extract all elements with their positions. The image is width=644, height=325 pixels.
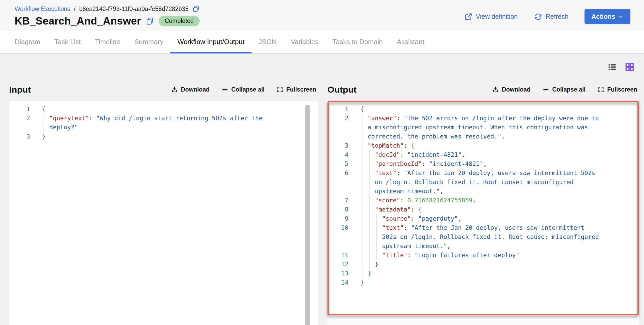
input-download-button[interactable]: Download (171, 86, 210, 93)
list-view-button[interactable] (607, 62, 617, 72)
indent-guide (362, 251, 362, 260)
input-collapse-all-label: Collapse all (231, 86, 265, 93)
output-fullscreen-button[interactable]: Fullscreen (598, 86, 637, 93)
tab-label: Task List (54, 38, 81, 46)
code-content: "metadata": { (360, 205, 600, 214)
external-link-icon (464, 13, 472, 21)
indent-guide (362, 214, 362, 223)
line-number: 10 (334, 223, 348, 232)
tab-label: Assistant (397, 38, 425, 46)
code-line: 1{ (15, 105, 318, 114)
actions-label: Actions (591, 13, 615, 20)
code-line: 11"title": "Login failures after deploy" (334, 251, 639, 260)
execution-id: b8ea2142-f793-11f0-aa0a-fe58d7282b35 (79, 5, 188, 13)
indent-guide (369, 223, 370, 251)
code-content: "parentDocId": "incident-4821", (360, 159, 600, 168)
line-number: 14 (334, 278, 348, 287)
code-line: 14} (334, 278, 639, 287)
indent-guide (362, 168, 362, 196)
fullscreen-icon (277, 86, 283, 93)
io-panels: Input Download (0, 82, 644, 325)
code-content: } (42, 132, 277, 141)
indent-guide (44, 114, 44, 132)
input-fullscreen-button[interactable]: Fullscreen (277, 86, 316, 93)
copy-workflow-name-button[interactable] (146, 17, 154, 25)
tab-bar: DiagramTask ListTimelineSummaryWorkflow … (0, 31, 644, 53)
code-line: 4"docId": "incident-4821", (334, 150, 639, 159)
line-number: 1 (15, 105, 30, 114)
view-toggle (0, 60, 644, 74)
output-collapse-all-button[interactable]: Collapse all (542, 86, 586, 93)
line-number: 12 (334, 260, 348, 269)
output-download-label: Download (502, 86, 530, 93)
collapse-all-icon (222, 86, 228, 93)
line-number: 8 (334, 205, 348, 214)
indent-guide (376, 251, 377, 260)
code-content: "text": "After the Jan 20 deploy, users … (360, 223, 600, 251)
indent-guide (369, 251, 370, 260)
line-number: 9 (334, 214, 348, 223)
tab-label: Summary (134, 38, 163, 46)
code-content: } (360, 278, 600, 287)
page-title: KB_Search_And_Answer (15, 15, 141, 27)
output-panel-tools: Download Collapse all (492, 86, 637, 93)
line-number: 3 (15, 132, 30, 141)
view-definition-label: View definition (476, 13, 518, 20)
copy-execution-id-button[interactable] (192, 5, 200, 13)
code-line: 1{ (334, 105, 639, 114)
line-number: 5 (334, 159, 348, 168)
tab-tasks-to-domain[interactable]: Tasks to Domain (326, 31, 390, 53)
output-json-editor[interactable]: 1{2"answer": "The 502 errors on /login a… (327, 101, 639, 315)
indent-guide (369, 205, 370, 214)
line-number: 6 (334, 168, 348, 178)
indent-guide (369, 260, 370, 269)
actions-button[interactable]: Actions (585, 9, 630, 24)
code-line: 8"metadata": { (334, 205, 639, 214)
code-content: "text": "After the Jan 20 deploy, users … (360, 168, 600, 196)
tab-summary[interactable]: Summary (127, 31, 170, 53)
tab-json[interactable]: JSON (252, 31, 284, 53)
code-content: "topMatch": { (360, 141, 600, 150)
indent-guide (376, 223, 377, 251)
code-line: 10"text": "After the Jan 20 deploy, user… (334, 223, 639, 251)
tab-label: Diagram (15, 38, 40, 46)
indent-guide (362, 205, 362, 214)
input-collapse-all-button[interactable]: Collapse all (222, 86, 265, 93)
input-panel-title: Input (9, 85, 31, 95)
refresh-button[interactable]: Refresh (534, 13, 569, 21)
indent-guide (362, 223, 362, 251)
active-tab-underline (170, 52, 252, 53)
tab-assistant[interactable]: Assistant (390, 31, 432, 53)
input-editor-scrollbar[interactable] (305, 105, 310, 325)
fullscreen-icon (598, 86, 604, 93)
indent-guide (369, 150, 370, 159)
line-number: 2 (15, 114, 30, 123)
chevron-down-icon (618, 14, 624, 20)
indent-guide (362, 114, 362, 141)
tab-diagram[interactable]: Diagram (8, 31, 47, 53)
tab-label: Workflow Input/Output (177, 38, 245, 46)
download-icon (492, 86, 499, 93)
indent-guide (362, 260, 362, 269)
indent-guide (369, 168, 370, 196)
grid-view-button[interactable] (625, 62, 635, 72)
tab-label: JSON (259, 38, 277, 46)
indent-guide (369, 159, 370, 168)
tab-timeline[interactable]: Timeline (88, 31, 127, 53)
line-number: 4 (334, 150, 348, 159)
output-download-button[interactable]: Download (492, 86, 530, 93)
tab-variables[interactable]: Variables (284, 31, 325, 53)
output-panel: Output Download (327, 82, 639, 315)
input-json-editor[interactable]: 1{2"queryText": "Why did /login start re… (9, 101, 318, 325)
view-definition-button[interactable]: View definition (464, 13, 518, 21)
grid-view-icon (625, 62, 635, 72)
indent-guide (369, 214, 370, 223)
code-line: 2"answer": "The 502 errors on /login aft… (334, 114, 639, 141)
output-code: 1{2"answer": "The 502 errors on /login a… (334, 105, 639, 287)
indent-guide (369, 196, 370, 205)
tab-workflow-input-output[interactable]: Workflow Input/Output (170, 31, 252, 53)
tab-task-list[interactable]: Task List (47, 31, 88, 53)
line-number: 2 (334, 114, 348, 123)
collapse-all-icon (542, 86, 549, 93)
breadcrumb-workflow-executions-link[interactable]: Workflow Executions (15, 5, 70, 13)
